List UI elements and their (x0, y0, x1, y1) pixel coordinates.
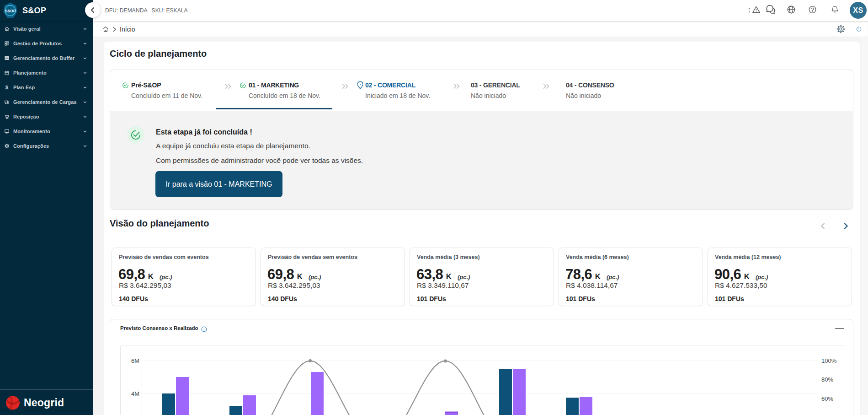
svg-text:4M: 4M (131, 390, 139, 397)
svg-text:60%: 60% (821, 395, 833, 402)
svg-text:S&OP: S&OP (5, 9, 16, 13)
svg-text:$: $ (5, 85, 9, 90)
svg-text:6M: 6M (131, 357, 139, 364)
svg-text:80%: 80% (821, 376, 833, 383)
svg-text:100%: 100% (821, 357, 837, 364)
